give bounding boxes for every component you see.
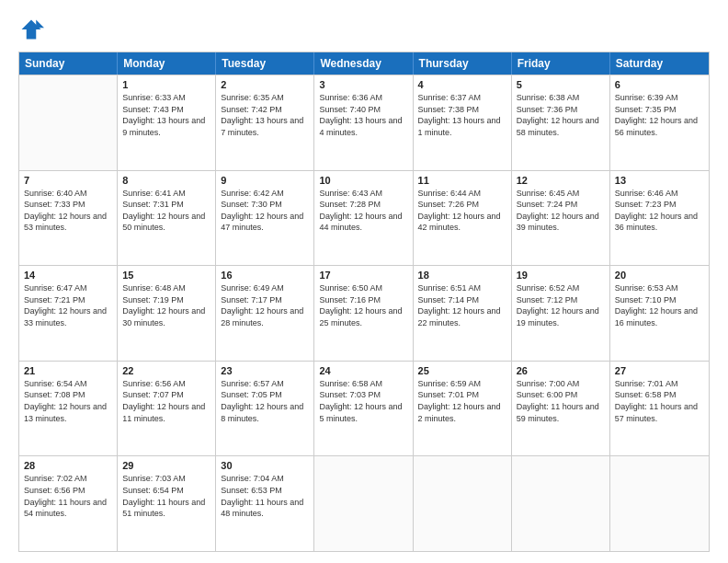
calendar-cell: 7Sunrise: 6:40 AM Sunset: 7:33 PM Daylig… xyxy=(19,171,118,266)
day-number: 25 xyxy=(418,365,506,376)
calendar-row: 1Sunrise: 6:33 AM Sunset: 7:43 PM Daylig… xyxy=(19,75,709,170)
day-number: 17 xyxy=(319,270,407,281)
day-number: 22 xyxy=(122,365,210,376)
cell-info: Sunrise: 6:33 AM Sunset: 7:43 PM Dayligh… xyxy=(122,92,210,138)
day-number: 21 xyxy=(24,365,112,376)
calendar-cell: 12Sunrise: 6:45 AM Sunset: 7:24 PM Dayli… xyxy=(512,171,610,266)
cell-info: Sunrise: 6:45 AM Sunset: 7:24 PM Dayligh… xyxy=(517,188,605,234)
day-number: 30 xyxy=(221,460,309,471)
day-number: 15 xyxy=(122,270,210,281)
day-number: 18 xyxy=(418,270,506,281)
calendar-cell: 13Sunrise: 6:46 AM Sunset: 7:23 PM Dayli… xyxy=(610,171,709,266)
day-number: 23 xyxy=(221,365,309,376)
cell-info: Sunrise: 6:51 AM Sunset: 7:14 PM Dayligh… xyxy=(418,282,506,328)
day-number: 6 xyxy=(615,79,704,90)
calendar-cell: 11Sunrise: 6:44 AM Sunset: 7:26 PM Dayli… xyxy=(414,171,512,266)
day-number: 28 xyxy=(24,460,112,471)
day-number: 27 xyxy=(615,365,704,376)
calendar-cell: 19Sunrise: 6:52 AM Sunset: 7:12 PM Dayli… xyxy=(512,266,610,361)
day-number: 12 xyxy=(517,175,605,186)
calendar-header-day: Sunday xyxy=(19,52,118,75)
day-number: 24 xyxy=(319,365,407,376)
calendar-row: 21Sunrise: 6:54 AM Sunset: 7:08 PM Dayli… xyxy=(19,361,709,456)
cell-info: Sunrise: 6:52 AM Sunset: 7:12 PM Dayligh… xyxy=(517,282,605,328)
calendar-header-day: Monday xyxy=(118,52,216,75)
cell-info: Sunrise: 7:02 AM Sunset: 6:56 PM Dayligh… xyxy=(24,473,112,519)
calendar-cell: 26Sunrise: 7:00 AM Sunset: 6:00 PM Dayli… xyxy=(512,362,610,456)
cell-info: Sunrise: 6:36 AM Sunset: 7:40 PM Dayligh… xyxy=(319,92,407,138)
cell-info: Sunrise: 6:48 AM Sunset: 7:19 PM Dayligh… xyxy=(122,282,210,328)
cell-info: Sunrise: 6:54 AM Sunset: 7:08 PM Dayligh… xyxy=(24,378,112,424)
cell-info: Sunrise: 6:44 AM Sunset: 7:26 PM Dayligh… xyxy=(418,188,506,234)
calendar-cell: 5Sunrise: 6:38 AM Sunset: 7:36 PM Daylig… xyxy=(512,75,610,170)
cell-info: Sunrise: 7:04 AM Sunset: 6:53 PM Dayligh… xyxy=(221,473,309,519)
cell-info: Sunrise: 7:01 AM Sunset: 6:58 PM Dayligh… xyxy=(615,378,704,424)
calendar-cell: 1Sunrise: 6:33 AM Sunset: 7:43 PM Daylig… xyxy=(118,75,216,170)
day-number: 2 xyxy=(221,79,309,90)
day-number: 20 xyxy=(615,270,704,281)
day-number: 5 xyxy=(517,79,605,90)
cell-info: Sunrise: 6:35 AM Sunset: 7:42 PM Dayligh… xyxy=(221,92,309,138)
cell-info: Sunrise: 6:47 AM Sunset: 7:21 PM Dayligh… xyxy=(24,282,112,328)
cell-info: Sunrise: 6:59 AM Sunset: 7:01 PM Dayligh… xyxy=(418,378,506,424)
cell-info: Sunrise: 6:42 AM Sunset: 7:30 PM Dayligh… xyxy=(221,188,309,234)
calendar-body: 1Sunrise: 6:33 AM Sunset: 7:43 PM Daylig… xyxy=(19,75,709,551)
cell-info: Sunrise: 6:37 AM Sunset: 7:38 PM Dayligh… xyxy=(418,92,506,138)
day-number: 14 xyxy=(24,270,112,281)
logo-icon xyxy=(18,17,44,42)
cell-info: Sunrise: 6:58 AM Sunset: 7:03 PM Dayligh… xyxy=(319,378,407,424)
calendar-header-day: Thursday xyxy=(414,52,512,75)
day-number: 19 xyxy=(517,270,605,281)
calendar-cell: 4Sunrise: 6:37 AM Sunset: 7:38 PM Daylig… xyxy=(414,75,512,170)
day-number: 7 xyxy=(24,175,112,186)
calendar-cell xyxy=(314,456,413,551)
calendar-header: SundayMondayTuesdayWednesdayThursdayFrid… xyxy=(19,52,709,75)
calendar-cell: 8Sunrise: 6:41 AM Sunset: 7:31 PM Daylig… xyxy=(118,171,216,266)
calendar-cell: 22Sunrise: 6:56 AM Sunset: 7:07 PM Dayli… xyxy=(118,362,216,456)
day-number: 13 xyxy=(615,175,704,186)
cell-info: Sunrise: 6:43 AM Sunset: 7:28 PM Dayligh… xyxy=(319,188,407,234)
calendar-cell: 23Sunrise: 6:57 AM Sunset: 7:05 PM Dayli… xyxy=(216,362,314,456)
cell-info: Sunrise: 6:49 AM Sunset: 7:17 PM Dayligh… xyxy=(221,282,309,328)
calendar-cell xyxy=(19,75,118,170)
day-number: 3 xyxy=(319,79,407,90)
calendar-row: 14Sunrise: 6:47 AM Sunset: 7:21 PM Dayli… xyxy=(19,265,709,361)
calendar-header-day: Saturday xyxy=(610,52,709,75)
calendar-cell: 30Sunrise: 7:04 AM Sunset: 6:53 PM Dayli… xyxy=(216,456,314,551)
calendar-cell xyxy=(512,456,610,551)
calendar-cell: 25Sunrise: 6:59 AM Sunset: 7:01 PM Dayli… xyxy=(414,362,512,456)
cell-info: Sunrise: 6:41 AM Sunset: 7:31 PM Dayligh… xyxy=(122,188,210,234)
calendar-cell: 9Sunrise: 6:42 AM Sunset: 7:30 PM Daylig… xyxy=(216,171,314,266)
cell-info: Sunrise: 6:40 AM Sunset: 7:33 PM Dayligh… xyxy=(24,188,112,234)
calendar-row: 28Sunrise: 7:02 AM Sunset: 6:56 PM Dayli… xyxy=(19,455,709,551)
calendar-cell: 2Sunrise: 6:35 AM Sunset: 7:42 PM Daylig… xyxy=(216,75,314,170)
calendar: SundayMondayTuesdayWednesdayThursdayFrid… xyxy=(18,52,710,552)
day-number: 29 xyxy=(122,460,210,471)
day-number: 26 xyxy=(517,365,605,376)
calendar-cell: 10Sunrise: 6:43 AM Sunset: 7:28 PM Dayli… xyxy=(314,171,413,266)
cell-info: Sunrise: 6:50 AM Sunset: 7:16 PM Dayligh… xyxy=(319,282,407,328)
cell-info: Sunrise: 6:56 AM Sunset: 7:07 PM Dayligh… xyxy=(122,378,210,424)
day-number: 11 xyxy=(418,175,506,186)
cell-info: Sunrise: 6:57 AM Sunset: 7:05 PM Dayligh… xyxy=(221,378,309,424)
day-number: 10 xyxy=(319,175,407,186)
calendar-header-day: Wednesday xyxy=(314,52,413,75)
cell-info: Sunrise: 7:03 AM Sunset: 6:54 PM Dayligh… xyxy=(122,473,210,519)
day-number: 16 xyxy=(221,270,309,281)
cell-info: Sunrise: 7:00 AM Sunset: 6:00 PM Dayligh… xyxy=(517,378,605,424)
calendar-cell xyxy=(414,456,512,551)
calendar-cell: 15Sunrise: 6:48 AM Sunset: 7:19 PM Dayli… xyxy=(118,266,216,361)
calendar-cell xyxy=(610,456,709,551)
logo xyxy=(18,17,48,42)
cell-info: Sunrise: 6:46 AM Sunset: 7:23 PM Dayligh… xyxy=(615,188,704,234)
page: SundayMondayTuesdayWednesdayThursdayFrid… xyxy=(0,0,728,563)
calendar-cell: 20Sunrise: 6:53 AM Sunset: 7:10 PM Dayli… xyxy=(610,266,709,361)
calendar-cell: 21Sunrise: 6:54 AM Sunset: 7:08 PM Dayli… xyxy=(19,362,118,456)
header xyxy=(18,17,710,42)
calendar-header-day: Tuesday xyxy=(216,52,314,75)
cell-info: Sunrise: 6:39 AM Sunset: 7:35 PM Dayligh… xyxy=(615,92,704,138)
cell-info: Sunrise: 6:38 AM Sunset: 7:36 PM Dayligh… xyxy=(517,92,605,138)
calendar-row: 7Sunrise: 6:40 AM Sunset: 7:33 PM Daylig… xyxy=(19,170,709,266)
day-number: 1 xyxy=(122,79,210,90)
calendar-cell: 29Sunrise: 7:03 AM Sunset: 6:54 PM Dayli… xyxy=(118,456,216,551)
